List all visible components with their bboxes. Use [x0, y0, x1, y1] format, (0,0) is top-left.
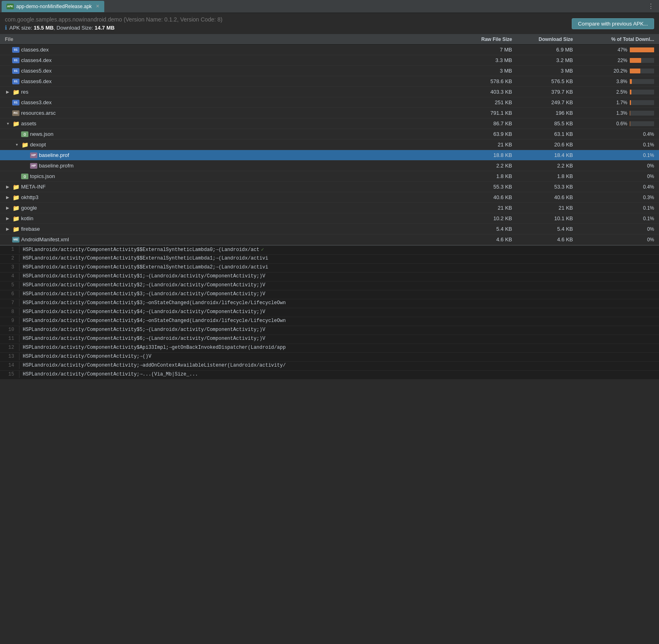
tab-menu-icon[interactable]: ⋮ [644, 2, 657, 10]
check-icon: ✓ [261, 247, 264, 253]
col-pct: 47% [573, 47, 654, 53]
compare-button[interactable]: Compare with previous APK... [572, 18, 654, 29]
code-line: 1 HSPLandroidx/activity/ComponentActivit… [0, 246, 659, 255]
expand-arrow[interactable]: ▶ [5, 227, 11, 231]
table-row[interactable]: ▶ 📁 okhttp3 40.6 KB 40.6 KB 0.3% [0, 192, 659, 203]
col-raw-size: 55.3 KB [451, 184, 512, 190]
col-download-size: 10.1 KB [512, 215, 573, 221]
expand-arrow[interactable]: ▶ [5, 90, 11, 94]
pct-text: 0.1% [636, 142, 654, 148]
col-pct: 0.1% [573, 216, 654, 221]
line-content: HSPLandroidx/activity/ComponentActivity$… [19, 255, 271, 262]
table-row[interactable]: {} news.json 63.9 KB 63.1 KB 0.4% [0, 129, 659, 140]
line-content: HSPLandroidx/activity/ComponentActivity;… [19, 353, 155, 360]
code-line: 7 HSPLandroidx/activity/ComponentActivit… [0, 299, 659, 308]
bar-bg [630, 69, 654, 73]
line-number: 9 [0, 317, 19, 324]
bar-bg [630, 100, 654, 105]
line-content: HSPLandroidx/activity/ComponentActivity$… [19, 290, 269, 298]
tab-close-button[interactable]: ✕ [96, 4, 99, 9]
col-raw-size: 578.6 KB [451, 78, 512, 84]
apk-tab[interactable]: APK app-demo-nonMinifiedRelease.apk ✕ [2, 1, 104, 12]
line-number: 11 [0, 335, 19, 342]
folder-icon: 📁 [12, 195, 19, 200]
code-line: 9 HSPLandroidx/activity/ComponentActivit… [0, 317, 659, 326]
pct-text: 0% [636, 237, 654, 243]
table-row[interactable]: {} topics.json 1.8 KB 1.8 KB 0% [0, 171, 659, 182]
table-row[interactable]: HP baseline.prof 18.8 KB 18.4 KB 0.1% [0, 150, 659, 161]
file-table-container: File Raw File Size Download Size % of To… [0, 34, 659, 245]
expand-arrow[interactable]: ▾ [5, 121, 11, 126]
code-line: 5 HSPLandroidx/activity/ComponentActivit… [0, 281, 659, 290]
code-line: 6 HSPLandroidx/activity/ComponentActivit… [0, 290, 659, 299]
col-download-size: 3.2 MB [512, 57, 573, 63]
bar-bg [630, 58, 654, 63]
col-pct: 0% [573, 237, 654, 243]
line-content: HSPLandroidx/activity/ComponentActivity$… [19, 264, 271, 271]
col-raw-size: 21 KB [451, 142, 512, 148]
xml-icon: ME [12, 237, 19, 243]
pct-text: 0.4% [636, 131, 654, 137]
expand-arrow[interactable]: ▶ [5, 195, 11, 200]
expand-arrow[interactable]: ▾ [14, 142, 19, 147]
col-download-size: 576.5 KB [512, 78, 573, 84]
table-row[interactable]: ▶ 📁 kotlin 10.2 KB 10.1 KB 0.1% [0, 213, 659, 224]
col-raw-header: Raw File Size [451, 36, 512, 42]
col-download-size: 5.4 KB [512, 226, 573, 232]
bar-bg [630, 121, 654, 126]
pct-text: 0% [636, 163, 654, 169]
col-file: ME AndroidManifest.xml [5, 236, 451, 243]
col-pct: 0% [573, 174, 654, 179]
col-pct: 0.4% [573, 131, 654, 137]
table-row[interactable]: 01 classes3.dex 251 KB 249.7 KB 1.7% [0, 97, 659, 108]
folder-icon: 📁 [12, 216, 19, 221]
table-row[interactable]: HP baseline.profm 2.2 KB 2.2 KB 0% [0, 161, 659, 171]
col-file: 01 classes3.dex [5, 99, 451, 105]
file-name: classes3.dex [21, 99, 52, 105]
line-content: HSPLandroidx/activity/ComponentActivity$… [19, 246, 267, 253]
pct-text: 0.4% [636, 184, 654, 190]
table-row[interactable]: ▶ 📁 firebase 5.4 KB 5.4 KB 0% [0, 224, 659, 234]
col-file: {} news.json [5, 131, 451, 137]
col-raw-size: 403.3 KB [451, 89, 512, 95]
bar-fill [630, 69, 640, 73]
tab-label: app-demo-nonMinifiedRelease.apk [16, 4, 92, 9]
pct-text: 0.1% [636, 152, 654, 158]
col-download-size: 196 KB [512, 110, 573, 116]
col-raw-size: 2.2 KB [451, 163, 512, 169]
col-pct: 20.2% [573, 68, 654, 74]
file-name: baseline.prof [39, 152, 69, 158]
col-file: 01 classes4.dex [5, 57, 451, 63]
table-row[interactable]: RC resources.arsc 791.1 KB 196 KB 1.3% [0, 108, 659, 118]
table-row[interactable]: 01 classes.dex 7 MB 6.9 MB 47% [0, 45, 659, 55]
table-row[interactable]: ▾ 📁 dexopt 21 KB 20.6 KB 0.1% [0, 140, 659, 150]
expand-arrow[interactable]: ▶ [5, 185, 11, 189]
folder-icon: 📁 [21, 142, 28, 148]
file-name: AndroidManifest.xml [21, 236, 69, 243]
file-name: classes6.dex [21, 78, 52, 84]
table-row[interactable]: 01 classes4.dex 3.3 MB 3.2 MB 22% [0, 55, 659, 66]
table-row[interactable]: ▶ 📁 META-INF 55.3 KB 53.3 KB 0.4% [0, 182, 659, 192]
table-row[interactable]: ▶ 📁 res 403.3 KB 379.7 KB 2.5% [0, 87, 659, 97]
table-row[interactable]: 01 classes6.dex 578.6 KB 576.5 KB 3.8% [0, 76, 659, 87]
expand-arrow[interactable]: ▶ [5, 216, 11, 221]
table-row[interactable]: ▶ 📁 google 21 KB 21 KB 0.1% [0, 203, 659, 213]
line-content: HSPLandroidx/activity/ComponentActivity$… [19, 273, 269, 280]
line-content: HSPLandroidx/activity/ComponentActivity$… [19, 335, 269, 342]
pct-text: 47% [609, 47, 627, 53]
col-file: ▾ 📁 assets [5, 120, 451, 127]
table-row[interactable]: 01 classes5.dex 3 MB 3 MB 20.2% [0, 66, 659, 76]
dex-icon: 01 [12, 68, 19, 74]
col-pct: 1.7% [573, 100, 654, 105]
col-file: ▶ 📁 google [5, 205, 451, 211]
col-pct: 0.4% [573, 184, 654, 190]
code-line: 15 HSPLandroidx/activity/ComponentActivi… [0, 371, 659, 380]
expand-arrow[interactable]: ▶ [5, 206, 11, 210]
bar-bg [630, 111, 654, 116]
col-pct: 0% [573, 226, 654, 232]
table-row[interactable]: ME AndroidManifest.xml 4.6 KB 4.6 KB 0% [0, 234, 659, 245]
col-download-size: 3 MB [512, 68, 573, 74]
code-line: 10 HSPLandroidx/activity/ComponentActivi… [0, 326, 659, 335]
table-row[interactable]: ▾ 📁 assets 86.7 KB 85.5 KB 0.6% [0, 118, 659, 129]
file-name: res [21, 89, 28, 95]
